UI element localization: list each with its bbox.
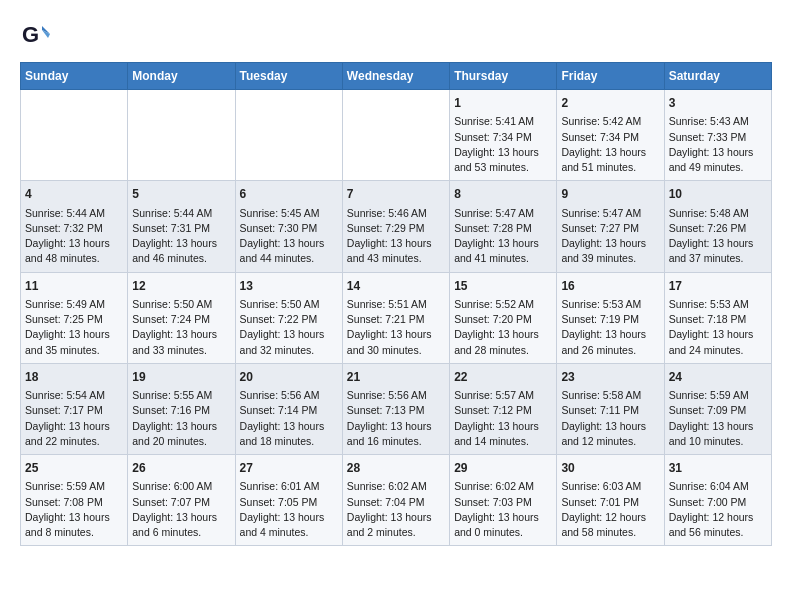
day-info: Sunset: 7:07 PM	[132, 495, 230, 510]
calendar-cell: 19Sunrise: 5:55 AMSunset: 7:16 PMDayligh…	[128, 363, 235, 454]
day-number: 12	[132, 278, 230, 295]
day-info: and 8 minutes.	[25, 525, 123, 540]
calendar-cell: 22Sunrise: 5:57 AMSunset: 7:12 PMDayligh…	[450, 363, 557, 454]
day-info: and 30 minutes.	[347, 343, 445, 358]
day-info: Sunset: 7:27 PM	[561, 221, 659, 236]
day-info: Sunrise: 5:53 AM	[669, 297, 767, 312]
day-info: Sunset: 7:20 PM	[454, 312, 552, 327]
day-number: 16	[561, 278, 659, 295]
day-info: Sunrise: 5:58 AM	[561, 388, 659, 403]
day-info: Sunset: 7:03 PM	[454, 495, 552, 510]
calendar-cell: 11Sunrise: 5:49 AMSunset: 7:25 PMDayligh…	[21, 272, 128, 363]
day-info: and 37 minutes.	[669, 251, 767, 266]
day-number: 17	[669, 278, 767, 295]
day-info: and 35 minutes.	[25, 343, 123, 358]
calendar-cell: 20Sunrise: 5:56 AMSunset: 7:14 PMDayligh…	[235, 363, 342, 454]
calendar-cell: 8Sunrise: 5:47 AMSunset: 7:28 PMDaylight…	[450, 181, 557, 272]
day-info: Daylight: 13 hours	[669, 145, 767, 160]
day-info: and 10 minutes.	[669, 434, 767, 449]
day-info: Sunrise: 5:59 AM	[25, 479, 123, 494]
day-info: Daylight: 13 hours	[561, 327, 659, 342]
day-info: Daylight: 13 hours	[240, 510, 338, 525]
day-info: Sunrise: 6:04 AM	[669, 479, 767, 494]
day-info: Sunrise: 5:52 AM	[454, 297, 552, 312]
page-header: G	[20, 20, 772, 52]
calendar-cell: 25Sunrise: 5:59 AMSunset: 7:08 PMDayligh…	[21, 455, 128, 546]
day-number: 30	[561, 460, 659, 477]
day-info: Daylight: 13 hours	[25, 327, 123, 342]
day-info: Sunset: 7:00 PM	[669, 495, 767, 510]
day-info: Sunset: 7:28 PM	[454, 221, 552, 236]
day-info: Sunset: 7:01 PM	[561, 495, 659, 510]
day-info: Sunset: 7:04 PM	[347, 495, 445, 510]
day-info: Sunrise: 5:56 AM	[240, 388, 338, 403]
day-info: and 18 minutes.	[240, 434, 338, 449]
day-info: Sunrise: 5:44 AM	[132, 206, 230, 221]
day-info: Sunset: 7:11 PM	[561, 403, 659, 418]
day-info: Sunrise: 5:48 AM	[669, 206, 767, 221]
calendar-cell: 9Sunrise: 5:47 AMSunset: 7:27 PMDaylight…	[557, 181, 664, 272]
day-info: and 20 minutes.	[132, 434, 230, 449]
day-info: Daylight: 13 hours	[561, 145, 659, 160]
day-info: Sunrise: 6:00 AM	[132, 479, 230, 494]
calendar-body: 1Sunrise: 5:41 AMSunset: 7:34 PMDaylight…	[21, 90, 772, 546]
day-number: 5	[132, 186, 230, 203]
day-info: Daylight: 12 hours	[561, 510, 659, 525]
calendar-cell: 24Sunrise: 5:59 AMSunset: 7:09 PMDayligh…	[664, 363, 771, 454]
calendar-week-row: 11Sunrise: 5:49 AMSunset: 7:25 PMDayligh…	[21, 272, 772, 363]
day-info: Sunrise: 5:49 AM	[25, 297, 123, 312]
day-info: Sunrise: 6:01 AM	[240, 479, 338, 494]
weekday-header: Tuesday	[235, 63, 342, 90]
day-info: Daylight: 13 hours	[347, 510, 445, 525]
day-info: Daylight: 13 hours	[669, 236, 767, 251]
day-info: Sunset: 7:29 PM	[347, 221, 445, 236]
day-info: Sunrise: 5:53 AM	[561, 297, 659, 312]
day-info: Sunset: 7:32 PM	[25, 221, 123, 236]
logo-icon: G	[20, 20, 52, 52]
day-info: Sunset: 7:26 PM	[669, 221, 767, 236]
day-info: and 28 minutes.	[454, 343, 552, 358]
calendar-cell: 6Sunrise: 5:45 AMSunset: 7:30 PMDaylight…	[235, 181, 342, 272]
day-info: Sunset: 7:09 PM	[669, 403, 767, 418]
weekday-header: Sunday	[21, 63, 128, 90]
svg-text:G: G	[22, 22, 39, 47]
day-info: Daylight: 13 hours	[240, 327, 338, 342]
day-info: Sunset: 7:22 PM	[240, 312, 338, 327]
calendar-cell: 28Sunrise: 6:02 AMSunset: 7:04 PMDayligh…	[342, 455, 449, 546]
day-info: Daylight: 13 hours	[669, 419, 767, 434]
calendar-cell: 2Sunrise: 5:42 AMSunset: 7:34 PMDaylight…	[557, 90, 664, 181]
day-info: Daylight: 13 hours	[454, 145, 552, 160]
day-info: Sunset: 7:31 PM	[132, 221, 230, 236]
calendar-table: SundayMondayTuesdayWednesdayThursdayFrid…	[20, 62, 772, 546]
day-info: Daylight: 13 hours	[454, 510, 552, 525]
day-info: Sunrise: 5:43 AM	[669, 114, 767, 129]
day-number: 24	[669, 369, 767, 386]
day-info: Sunrise: 6:03 AM	[561, 479, 659, 494]
day-info: and 4 minutes.	[240, 525, 338, 540]
calendar-cell: 29Sunrise: 6:02 AMSunset: 7:03 PMDayligh…	[450, 455, 557, 546]
day-info: Daylight: 13 hours	[561, 236, 659, 251]
calendar-cell: 5Sunrise: 5:44 AMSunset: 7:31 PMDaylight…	[128, 181, 235, 272]
day-info: Sunrise: 5:59 AM	[669, 388, 767, 403]
day-info: Daylight: 13 hours	[132, 236, 230, 251]
calendar-cell: 30Sunrise: 6:03 AMSunset: 7:01 PMDayligh…	[557, 455, 664, 546]
day-info: and 6 minutes.	[132, 525, 230, 540]
day-info: and 49 minutes.	[669, 160, 767, 175]
calendar-cell: 23Sunrise: 5:58 AMSunset: 7:11 PMDayligh…	[557, 363, 664, 454]
day-number: 7	[347, 186, 445, 203]
day-number: 27	[240, 460, 338, 477]
day-number: 11	[25, 278, 123, 295]
day-info: and 16 minutes.	[347, 434, 445, 449]
calendar-cell: 26Sunrise: 6:00 AMSunset: 7:07 PMDayligh…	[128, 455, 235, 546]
day-info: Daylight: 13 hours	[454, 419, 552, 434]
day-number: 29	[454, 460, 552, 477]
day-info: Daylight: 13 hours	[454, 236, 552, 251]
day-number: 1	[454, 95, 552, 112]
day-info: Daylight: 13 hours	[347, 419, 445, 434]
day-info: Sunrise: 5:57 AM	[454, 388, 552, 403]
day-info: Sunrise: 5:46 AM	[347, 206, 445, 221]
day-info: Sunrise: 5:42 AM	[561, 114, 659, 129]
day-number: 21	[347, 369, 445, 386]
day-info: Sunset: 7:21 PM	[347, 312, 445, 327]
day-number: 22	[454, 369, 552, 386]
